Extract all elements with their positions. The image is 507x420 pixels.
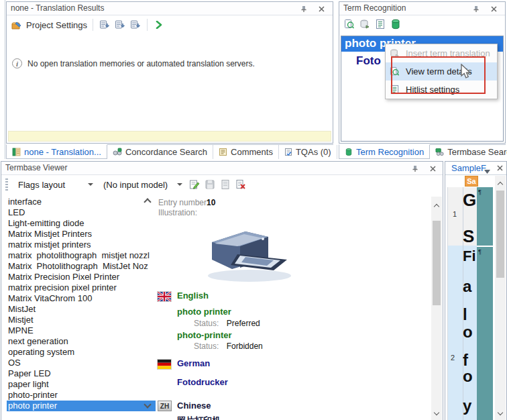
insert-term-icon[interactable]: [359, 18, 371, 30]
uk-flag-icon: [158, 292, 171, 301]
scrollbar-thumb[interactable]: [496, 191, 504, 278]
term-list-item[interactable]: paper light: [7, 379, 156, 390]
preview-strip: [8, 131, 331, 142]
source-text-fragment: G: [463, 190, 477, 211]
pin-icon[interactable]: [471, 4, 481, 13]
printer-illustration: [199, 219, 300, 284]
pin-icon[interactable]: [299, 4, 308, 13]
tab-term-recognition[interactable]: Term Recognition: [339, 144, 430, 159]
term-list-item[interactable]: Matrix Photolithograph MistJet Noz: [7, 261, 156, 272]
target-column-row-2[interactable]: [477, 247, 493, 420]
close-icon[interactable]: [495, 163, 504, 172]
entry-term: photo-printer: [177, 330, 232, 340]
empty-state-row: i No open translation memories or automa…: [12, 58, 333, 68]
term-list-item[interactable]: Light-emitting diode: [7, 218, 156, 229]
tab-label: Term Recognition: [356, 147, 424, 157]
term-list-item[interactable]: Matrix Precision Pixel Printer: [7, 272, 156, 282]
term-list-item[interactable]: Mistjet: [7, 315, 156, 325]
scrollbar-thumb[interactable]: [433, 221, 441, 305]
close-icon[interactable]: [489, 4, 498, 13]
tab-termbase-search[interactable]: Termbase Search: [430, 145, 507, 159]
input-model-select[interactable]: (No input model): [99, 178, 185, 191]
term-list-item-selected[interactable]: photo printer: [7, 401, 156, 411]
scroll-down-icon[interactable]: [431, 408, 442, 417]
term-list-item[interactable]: Matrix Mistjet Printers: [7, 229, 156, 240]
add-resource-icon[interactable]: [129, 19, 142, 31]
expand-chevron-icon[interactable]: [153, 19, 165, 31]
target-column-row-1[interactable]: [477, 187, 493, 246]
termbase-viewer-panel: Termbase Viewer Flags layout (No input m…: [1, 161, 443, 420]
illustration-label: Illustration:: [158, 208, 197, 217]
concordance-search-icon: [113, 148, 122, 156]
document-badge: Sa: [465, 176, 478, 187]
term-list-item[interactable]: operating system: [7, 347, 156, 358]
toolbar-separator: [93, 19, 93, 31]
term-list-item[interactable]: OS: [7, 358, 156, 368]
term-list-item[interactable]: matrix mistjet printers: [7, 240, 156, 250]
edit-entry-icon[interactable]: [188, 178, 201, 191]
tab-concordance-search[interactable]: Concordance Search: [107, 145, 213, 159]
save-entry-icon[interactable]: [204, 178, 216, 191]
project-settings-icon: [11, 19, 23, 31]
view-term-details-icon[interactable]: [343, 18, 355, 30]
empty-state-text: No open translation memories or automate…: [27, 59, 255, 68]
term-list-item[interactable]: LED: [7, 207, 156, 218]
pin-icon[interactable]: [410, 164, 420, 173]
tab-comments[interactable]: Comments: [213, 145, 279, 159]
term-recognition-panel: Term Recognition photo printer: [339, 1, 506, 144]
tab-sample-document[interactable]: SampleF: [451, 163, 486, 173]
tab-label: Concordance Search: [125, 147, 207, 157]
scroll-down-icon[interactable]: [495, 408, 506, 417]
term-list-item[interactable]: matrix precision pixel printer: [7, 282, 156, 293]
scroll-up-icon[interactable]: [431, 202, 442, 211]
term-list-item[interactable]: matrix photolithograph mistjet nozzl: [7, 250, 156, 261]
entry-term: photo printer: [177, 307, 231, 317]
translation-results-titlebar: none - Translation Results: [7, 2, 333, 15]
layout-select[interactable]: Flags layout: [14, 178, 96, 191]
term-list-item[interactable]: next generation: [7, 336, 156, 347]
tab-translation-results[interactable]: none - Translation...: [6, 144, 107, 159]
entry-term: Fotodrucker: [177, 377, 228, 387]
status-label: Status:: [194, 319, 219, 328]
delete-entry-icon[interactable]: [235, 178, 247, 191]
term-status-line: Status: Forbidden: [194, 342, 263, 351]
close-icon[interactable]: [317, 4, 326, 13]
info-icon: i: [12, 58, 22, 68]
tqa-icon: [284, 148, 292, 156]
entry-term: 照片打印机: [177, 415, 221, 420]
tab-tqas[interactable]: TQAs (0): [279, 145, 337, 159]
term-list-item[interactable]: MistJet: [7, 304, 156, 315]
document-scrollbar[interactable]: [495, 176, 506, 420]
term-list-item[interactable]: photo-printer: [7, 390, 156, 401]
toolbar-separator: [147, 19, 148, 31]
term-recognition-titlebar: Term Recognition: [339, 2, 505, 15]
add-tb-icon[interactable]: [114, 19, 126, 31]
comments-icon: [219, 148, 227, 156]
translation-results-panel: none - Translation Results Project Setti…: [6, 1, 333, 144]
language-name-chinese: Chinese: [177, 401, 211, 411]
layout-select-value: Flags layout: [18, 180, 65, 190]
app-window: none - Translation Results Project Setti…: [0, 0, 507, 420]
tab-label: TQAs (0): [296, 147, 331, 157]
term-list-item[interactable]: Paper LED: [7, 368, 156, 379]
discard-entry-icon[interactable]: [219, 178, 231, 191]
language-name-german: German: [177, 358, 210, 368]
term-list-item[interactable]: interface: [7, 197, 156, 207]
termbase-icon[interactable]: [390, 18, 402, 30]
project-settings-button[interactable]: Project Settings: [26, 20, 87, 30]
tab-list-chevron-icon[interactable]: [484, 166, 490, 176]
tab-label: Termbase Search: [447, 147, 507, 157]
document-tabstrip: SampleF: [445, 162, 506, 175]
term-status-line: Status: Preferred: [194, 319, 260, 328]
close-icon[interactable]: [428, 164, 437, 173]
source-text-fragment: Fi: [463, 248, 477, 265]
hitlist-settings-icon[interactable]: [374, 18, 386, 30]
term-list-item[interactable]: Matrix VitaChrom 100: [7, 293, 156, 304]
segment-number: 1: [453, 210, 457, 218]
entry-scrollbar[interactable]: [431, 197, 442, 420]
add-tm-icon[interactable]: [99, 19, 111, 31]
scroll-up-icon[interactable]: [495, 180, 506, 189]
term-recognition-toolbar: [339, 15, 505, 33]
term-list-item[interactable]: MPNE: [7, 325, 156, 336]
status-value: Forbidden: [227, 342, 263, 351]
